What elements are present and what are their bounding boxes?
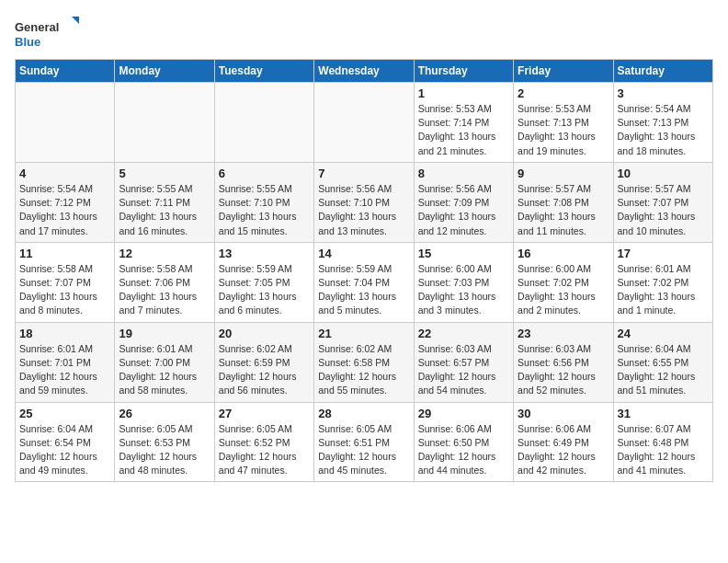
day-info: Sunrise: 6:02 AMSunset: 6:59 PMDaylight:…	[219, 342, 310, 398]
calendar-cell: 29Sunrise: 6:06 AMSunset: 6:50 PMDayligh…	[414, 402, 513, 482]
calendar-week-row: 25Sunrise: 6:04 AMSunset: 6:54 PMDayligh…	[16, 402, 713, 482]
calendar-cell: 25Sunrise: 6:04 AMSunset: 6:54 PMDayligh…	[16, 402, 115, 482]
day-number: 5	[119, 167, 210, 180]
calendar-cell: 28Sunrise: 6:05 AMSunset: 6:51 PMDayligh…	[314, 402, 414, 482]
day-number: 27	[219, 407, 310, 420]
calendar-header-row: SundayMondayTuesdayWednesdayThursdayFrid…	[16, 60, 713, 83]
calendar-cell: 8Sunrise: 5:56 AMSunset: 7:09 PMDaylight…	[414, 162, 513, 242]
day-info: Sunrise: 5:56 AMSunset: 7:09 PMDaylight:…	[418, 182, 509, 238]
day-number: 14	[318, 247, 409, 260]
day-info: Sunrise: 6:03 AMSunset: 6:56 PMDaylight:…	[518, 342, 609, 398]
day-info: Sunrise: 5:56 AMSunset: 7:10 PMDaylight:…	[318, 182, 409, 238]
calendar-cell: 10Sunrise: 5:57 AMSunset: 7:07 PMDayligh…	[613, 162, 712, 242]
day-number: 20	[219, 327, 310, 340]
day-number: 10	[618, 167, 709, 180]
weekday-header: Tuesday	[214, 60, 313, 83]
calendar-cell: 11Sunrise: 5:58 AMSunset: 7:07 PMDayligh…	[16, 242, 115, 322]
calendar-week-row: 11Sunrise: 5:58 AMSunset: 7:07 PMDayligh…	[16, 242, 713, 322]
calendar-cell: 2Sunrise: 5:53 AMSunset: 7:13 PMDaylight…	[514, 83, 613, 163]
calendar-cell: 23Sunrise: 6:03 AMSunset: 6:56 PMDayligh…	[514, 322, 613, 402]
day-number: 2	[518, 86, 609, 100]
day-number: 19	[119, 327, 210, 340]
calendar-cell: 13Sunrise: 5:59 AMSunset: 7:05 PMDayligh…	[214, 242, 313, 322]
calendar-cell: 30Sunrise: 6:06 AMSunset: 6:49 PMDayligh…	[514, 402, 613, 482]
day-info: Sunrise: 5:59 AMSunset: 7:04 PMDaylight:…	[318, 262, 409, 318]
weekday-header: Wednesday	[314, 60, 414, 83]
weekday-header: Monday	[115, 60, 214, 83]
calendar-cell: 9Sunrise: 5:57 AMSunset: 7:08 PMDaylight…	[514, 162, 613, 242]
day-info: Sunrise: 6:06 AMSunset: 6:50 PMDaylight:…	[418, 422, 509, 478]
day-number: 31	[618, 407, 709, 420]
day-number: 21	[318, 327, 409, 340]
calendar-table: SundayMondayTuesdayWednesdayThursdayFrid…	[15, 59, 713, 482]
day-number: 4	[19, 167, 110, 180]
weekday-header: Sunday	[16, 60, 115, 83]
calendar-cell: 3Sunrise: 5:54 AMSunset: 7:13 PMDaylight…	[613, 83, 712, 163]
day-info: Sunrise: 6:04 AMSunset: 6:54 PMDaylight:…	[19, 422, 110, 478]
day-info: Sunrise: 6:05 AMSunset: 6:52 PMDaylight:…	[219, 422, 310, 478]
day-number: 9	[518, 167, 609, 180]
calendar-cell: 31Sunrise: 6:07 AMSunset: 6:48 PMDayligh…	[613, 402, 712, 482]
day-info: Sunrise: 5:59 AMSunset: 7:05 PMDaylight:…	[219, 262, 310, 318]
calendar-cell	[16, 83, 115, 163]
day-number: 13	[219, 247, 310, 260]
day-number: 24	[618, 327, 709, 340]
day-info: Sunrise: 6:03 AMSunset: 6:57 PMDaylight:…	[418, 342, 509, 398]
calendar-cell	[214, 83, 313, 163]
day-info: Sunrise: 6:07 AMSunset: 6:48 PMDaylight:…	[618, 422, 709, 478]
calendar-cell: 21Sunrise: 6:02 AMSunset: 6:58 PMDayligh…	[314, 322, 414, 402]
day-number: 17	[618, 247, 709, 260]
svg-text:General: General	[15, 20, 59, 34]
calendar-cell: 4Sunrise: 5:54 AMSunset: 7:12 PMDaylight…	[16, 162, 115, 242]
calendar-cell: 12Sunrise: 5:58 AMSunset: 7:06 PMDayligh…	[115, 242, 214, 322]
day-number: 11	[19, 247, 110, 260]
page-header: General Blue	[15, 15, 713, 52]
calendar-cell: 1Sunrise: 5:53 AMSunset: 7:14 PMDaylight…	[414, 83, 513, 163]
logo-svg: General Blue	[15, 15, 79, 52]
calendar-cell: 20Sunrise: 6:02 AMSunset: 6:59 PMDayligh…	[214, 322, 313, 402]
weekday-header: Friday	[514, 60, 613, 83]
calendar-week-row: 1Sunrise: 5:53 AMSunset: 7:14 PMDaylight…	[16, 83, 713, 163]
calendar-cell: 22Sunrise: 6:03 AMSunset: 6:57 PMDayligh…	[414, 322, 513, 402]
day-number: 22	[418, 327, 509, 340]
day-number: 7	[318, 167, 409, 180]
svg-text:Blue: Blue	[15, 35, 40, 49]
calendar-cell: 16Sunrise: 6:00 AMSunset: 7:02 PMDayligh…	[514, 242, 613, 322]
calendar-cell: 7Sunrise: 5:56 AMSunset: 7:10 PMDaylight…	[314, 162, 414, 242]
day-info: Sunrise: 5:53 AMSunset: 7:14 PMDaylight:…	[418, 102, 509, 158]
day-info: Sunrise: 5:53 AMSunset: 7:13 PMDaylight:…	[518, 102, 609, 158]
day-info: Sunrise: 6:00 AMSunset: 7:03 PMDaylight:…	[418, 262, 509, 318]
day-number: 1	[418, 86, 509, 100]
day-number: 29	[418, 407, 509, 420]
day-info: Sunrise: 6:01 AMSunset: 7:00 PMDaylight:…	[119, 342, 210, 398]
day-number: 23	[518, 327, 609, 340]
day-number: 3	[618, 86, 709, 100]
calendar-cell: 27Sunrise: 6:05 AMSunset: 6:52 PMDayligh…	[214, 402, 313, 482]
calendar-cell: 6Sunrise: 5:55 AMSunset: 7:10 PMDaylight…	[214, 162, 313, 242]
day-number: 18	[19, 327, 110, 340]
day-info: Sunrise: 5:58 AMSunset: 7:06 PMDaylight:…	[119, 262, 210, 318]
day-number: 8	[418, 167, 509, 180]
day-number: 26	[119, 407, 210, 420]
day-info: Sunrise: 6:06 AMSunset: 6:49 PMDaylight:…	[518, 422, 609, 478]
day-number: 30	[518, 407, 609, 420]
calendar-cell: 5Sunrise: 5:55 AMSunset: 7:11 PMDaylight…	[115, 162, 214, 242]
calendar-cell: 14Sunrise: 5:59 AMSunset: 7:04 PMDayligh…	[314, 242, 414, 322]
day-info: Sunrise: 6:00 AMSunset: 7:02 PMDaylight:…	[518, 262, 609, 318]
day-info: Sunrise: 5:58 AMSunset: 7:07 PMDaylight:…	[19, 262, 110, 318]
calendar-cell: 15Sunrise: 6:00 AMSunset: 7:03 PMDayligh…	[414, 242, 513, 322]
calendar-cell	[115, 83, 214, 163]
day-info: Sunrise: 6:01 AMSunset: 7:02 PMDaylight:…	[618, 262, 709, 318]
calendar-cell	[314, 83, 414, 163]
day-info: Sunrise: 5:55 AMSunset: 7:10 PMDaylight:…	[219, 182, 310, 238]
day-info: Sunrise: 5:57 AMSunset: 7:08 PMDaylight:…	[518, 182, 609, 238]
calendar-cell: 19Sunrise: 6:01 AMSunset: 7:00 PMDayligh…	[115, 322, 214, 402]
day-number: 15	[418, 247, 509, 260]
calendar-cell: 18Sunrise: 6:01 AMSunset: 7:01 PMDayligh…	[16, 322, 115, 402]
day-info: Sunrise: 5:57 AMSunset: 7:07 PMDaylight:…	[618, 182, 709, 238]
day-number: 28	[318, 407, 409, 420]
day-info: Sunrise: 6:01 AMSunset: 7:01 PMDaylight:…	[19, 342, 110, 398]
day-info: Sunrise: 6:04 AMSunset: 6:55 PMDaylight:…	[618, 342, 709, 398]
day-info: Sunrise: 5:54 AMSunset: 7:13 PMDaylight:…	[618, 102, 709, 158]
weekday-header: Thursday	[414, 60, 513, 83]
